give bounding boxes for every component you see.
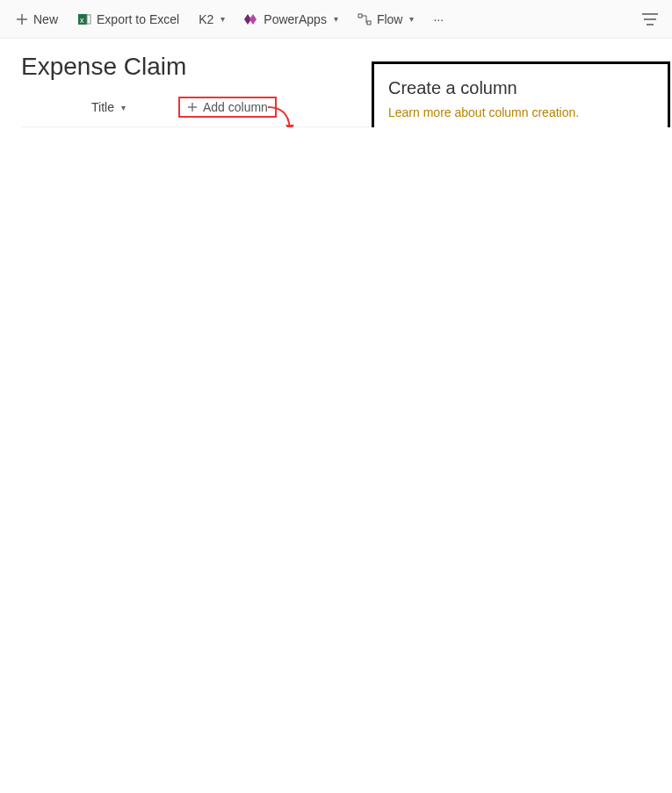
- create-column-panel: Create a column Learn more about column …: [372, 61, 670, 127]
- learn-more-link[interactable]: Learn more about column creation.: [388, 105, 579, 119]
- plus-icon: [16, 13, 28, 25]
- powerapps-icon: [244, 13, 258, 25]
- add-column-label: Add column: [203, 100, 268, 114]
- k2-button[interactable]: K2 ▾: [191, 7, 232, 32]
- export-label: Export to Excel: [97, 12, 179, 26]
- column-header-label: Title: [91, 100, 114, 114]
- chevron-down-icon: ▾: [220, 14, 225, 24]
- panel-title: Create a column: [388, 78, 654, 98]
- new-button[interactable]: New: [9, 7, 65, 32]
- flow-button[interactable]: Flow ▾: [350, 7, 422, 32]
- svg-rect-2: [87, 15, 90, 24]
- more-icon: ···: [433, 12, 444, 26]
- add-column-button[interactable]: Add column: [178, 97, 277, 118]
- plus-icon: [187, 102, 198, 112]
- powerapps-label: PowerApps: [264, 12, 327, 26]
- chevron-down-icon: ▾: [121, 103, 126, 112]
- new-label: New: [33, 12, 58, 26]
- command-bar: New x Export to Excel K2 ▾ PowerApps ▾ F…: [0, 0, 672, 39]
- flow-label: Flow: [377, 12, 403, 26]
- more-button[interactable]: ···: [426, 7, 451, 32]
- svg-text:x: x: [80, 16, 84, 25]
- chevron-down-icon: ▾: [334, 14, 338, 24]
- svg-rect-6: [367, 21, 371, 25]
- k2-label: K2: [199, 12, 213, 26]
- flow-icon: [358, 13, 372, 25]
- export-excel-button[interactable]: x Export to Excel: [70, 7, 186, 32]
- content-area: Title ▾ Add column Single line of text M…: [0, 88, 672, 127]
- excel-icon: x: [77, 12, 91, 26]
- column-header-title[interactable]: Title ▾: [91, 100, 126, 114]
- chevron-down-icon: ▾: [409, 14, 414, 24]
- filter-pane-toggle[interactable]: [637, 8, 663, 31]
- svg-rect-5: [358, 14, 362, 18]
- svg-marker-4: [249, 14, 257, 25]
- powerapps-button[interactable]: PowerApps ▾: [237, 7, 345, 32]
